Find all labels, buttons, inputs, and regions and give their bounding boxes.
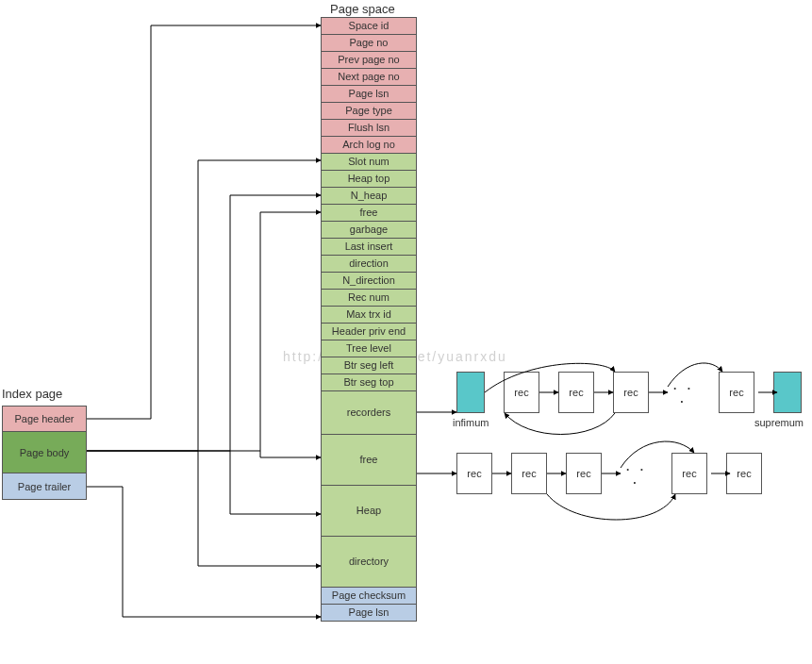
ps-body-meta-cell: Tree level (321, 340, 417, 357)
ps-body-meta-cell: Rec num (321, 290, 417, 307)
ps-header-cell: Flush lsn (321, 120, 417, 137)
ps-body-meta-cell: N_direction (321, 273, 417, 290)
ps-body-meta-cell: Heap top (321, 171, 417, 188)
ps-body-meta-cell: garbage (321, 222, 417, 239)
rec-box: rec (456, 453, 492, 494)
index-page-title: Index page (2, 387, 62, 401)
index-page-header-cell: Page header (2, 406, 87, 432)
supremum-label: supremum (754, 417, 804, 428)
rec-box: rec (719, 372, 754, 413)
index-page-column: Page header Page body Page trailer (2, 406, 87, 500)
supremum-box (773, 372, 802, 413)
ps-header-cell: Prev page no (321, 52, 417, 69)
rec-box: rec (558, 372, 594, 413)
ps-body-meta-cell: Btr seg top (321, 374, 417, 391)
page-space-title: Page space (330, 2, 395, 16)
free-row: rec rec rec . . . rec rec (456, 453, 762, 494)
ps-body-meta-cell: direction (321, 256, 417, 273)
rec-box: rec (613, 372, 649, 413)
rec-box: rec (504, 372, 539, 413)
rec-box: rec (726, 453, 762, 494)
infimum-box (456, 372, 485, 413)
ps-header-cell: Page type (321, 103, 417, 120)
ps-header-cell: Page lsn (321, 86, 417, 103)
rec-box: rec (511, 453, 547, 494)
index-page-body-cell: Page body (2, 432, 87, 473)
ps-body-meta-cell: Last insert (321, 239, 417, 256)
dots-label: . . . (668, 379, 700, 406)
ps-body-meta-cell: free (321, 205, 417, 222)
dots-label: . . . (621, 460, 653, 487)
infimum-label: infimum (453, 417, 489, 428)
ps-trailer-cell: Page checksum (321, 588, 417, 605)
ps-body-block: recorders (321, 391, 417, 435)
ps-trailer-cell: Page lsn (321, 605, 417, 622)
rec-box: rec (566, 453, 602, 494)
ps-body-block: directory (321, 537, 417, 588)
ps-body-meta-cell: Slot num (321, 154, 417, 171)
ps-body-meta-cell: N_heap (321, 188, 417, 205)
ps-header-cell: Arch log no (321, 137, 417, 154)
ps-header-cell: Space id (321, 18, 417, 35)
ps-header-cell: Page no (321, 35, 417, 52)
rec-box: rec (671, 453, 707, 494)
index-page-trailer-cell: Page trailer (2, 473, 87, 500)
ps-body-meta-cell: Max trx id (321, 307, 417, 324)
ps-body-meta-cell: Header priv end (321, 324, 417, 340)
ps-body-meta-cell: Btr seg left (321, 357, 417, 374)
ps-header-cell: Next page no (321, 69, 417, 86)
page-space-column: Space id Page no Prev page no Next page … (321, 17, 417, 622)
ps-body-block: Heap (321, 486, 417, 537)
ps-body-block: free (321, 435, 417, 486)
recorders-row: rec rec rec . . . rec (456, 372, 802, 413)
